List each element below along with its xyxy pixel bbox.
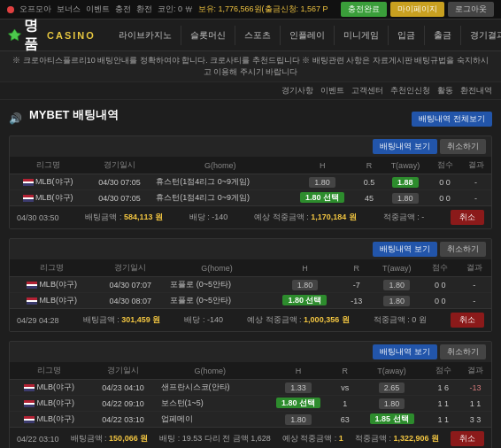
col-datetime: 경기일시: [87, 157, 153, 174]
page-title: MYBET 배팅내역: [27, 107, 119, 123]
status-label: 오프모아: [19, 4, 51, 15]
date-cell: 04/23 04:10: [89, 380, 157, 396]
r-cell: 63: [334, 412, 356, 428]
sub-nav-event[interactable]: 이벤트: [320, 85, 344, 97]
score-cell: 0 0: [423, 277, 457, 293]
table-row: MLB(야구) 04/30 07:07 포플로 (0~5안타) 1.80 -7 …: [10, 277, 491, 293]
league-cell: MLB(야구): [10, 277, 94, 293]
mypage-button[interactable]: 마이페이지: [390, 2, 444, 17]
bet-table-2: 리그명 경기일시 G(home) H R T(away) 점수 결과 MLB(야…: [10, 259, 491, 308]
sub-nav: 경기사항 이벤트 고객센터 추천인신청 활동 환전내역: [0, 82, 501, 100]
deposit-complete-button[interactable]: 충전완료: [341, 2, 387, 17]
footer-expected: 예상 적중금액 : 1: [282, 433, 343, 444]
cancel-button-2[interactable]: 취소: [451, 313, 484, 328]
menu-bonus[interactable]: 보너스: [57, 4, 81, 15]
footer-result: 적중금액 : -: [383, 212, 425, 223]
flag-icon: [24, 416, 35, 423]
menu-withdraw[interactable]: 환전: [136, 4, 152, 15]
col-datetime: 경기일시: [89, 362, 157, 380]
main-nav: 라이브카지노 슬롯머신 스포츠 인플레이 미니게임 입금 출금 경기결과 배팅내…: [110, 26, 501, 45]
table-row: MLB(야구) 04/30 07:05 휴스턴(1점4리그 0~9게임) 1.8…: [10, 190, 491, 206]
t-cell: 1.88: [382, 174, 429, 190]
sub-nav-exchange[interactable]: 환전내역: [460, 85, 492, 97]
footer-date: 04/30 03:50: [17, 213, 59, 222]
col-home: G(home): [152, 157, 288, 174]
nav-inplay[interactable]: 인플레이: [281, 26, 335, 45]
footer-date: 04/29 04:28: [17, 316, 59, 325]
balance-label: 보유: 1,776,566원(출금신청: 1,567 P: [198, 4, 328, 15]
footer-bet-amount: 배팅금액 : 150,066 원: [71, 433, 149, 444]
section1-view-btn[interactable]: 배팅내역 보기: [373, 139, 437, 154]
sub-nav-game-info[interactable]: 경기사항: [281, 85, 313, 97]
home-cell: 보스턴(1~5): [158, 396, 263, 412]
home-cell: 휴스턴(1점4리그 0~9게임): [152, 174, 288, 190]
score-cell: 1 6: [428, 380, 459, 396]
home-cell: 휴스턴(1점4리그 0~9게임): [152, 190, 288, 206]
cancel-button-1[interactable]: 취소: [451, 210, 484, 225]
bet-table-3: 리그명 경기일시 G(home) H R T(away) 점수 결과 MLB(야…: [10, 362, 491, 427]
flag-icon: [27, 282, 37, 289]
nav-deposit[interactable]: 입금: [389, 26, 425, 45]
col-league: 리그명: [10, 259, 94, 277]
cancel-button-3[interactable]: 취소: [451, 431, 484, 446]
flag-icon: [24, 384, 35, 391]
league-cell: MLB(야구): [10, 293, 94, 309]
footer-expected: 예상 적중금액 : 1,000,356 원: [247, 314, 350, 326]
footer-bet-amount: 배팅금액 : 301,459 원: [83, 314, 161, 326]
score-cell: 0 0: [429, 174, 460, 190]
sub-nav-activity[interactable]: 활동: [437, 85, 453, 97]
col-h: H: [263, 362, 335, 380]
sub-nav-support[interactable]: 고객센터: [351, 85, 383, 97]
r-cell: -7: [343, 277, 370, 293]
table-row: MLB(야구) 04/22 03:10 업페메이 1.80 63 1.85 선택…: [10, 412, 491, 428]
nav-withdraw[interactable]: 출금: [425, 26, 461, 45]
nav-live-casino[interactable]: 라이브카지노: [110, 26, 181, 45]
menu-event[interactable]: 이벤트: [86, 4, 110, 15]
logout-button[interactable]: 로그아웃: [448, 2, 494, 17]
table-row: MLB(야구) 04/23 04:10 샌프란시스코(안타) 1.33 vs 2…: [10, 380, 491, 396]
result-cell: -: [458, 293, 491, 309]
table-row: MLB(야구) 04/22 09:10 보스턴(1~5) 1.80 선택 1 1…: [10, 396, 491, 412]
r-cell: 0.5: [357, 174, 382, 190]
section2-view-btn[interactable]: 배팅내역 보기: [373, 242, 437, 257]
nav-slots[interactable]: 슬롯머신: [181, 26, 235, 45]
section1-header: 배팅내역 보기 취소하기: [10, 136, 491, 157]
logo: 명품 CASINO: [7, 17, 96, 54]
top-bar-right: 충전완료 마이페이지 로그아웃: [341, 2, 494, 17]
nav-sports[interactable]: 스포츠: [235, 26, 281, 45]
flag-icon: [23, 179, 34, 186]
home-cell: 포플로 (0~5안타): [166, 293, 266, 309]
logo-casino: CASINO: [47, 30, 96, 41]
coin-label: 코인: 0 ₩: [158, 4, 193, 15]
home-cell: 포플로 (0~5안타): [166, 277, 266, 293]
section3-view-btn[interactable]: 배팅내역 보기: [373, 344, 437, 359]
export-all-button[interactable]: 배팅내역 전체보기: [412, 112, 492, 127]
footer-odds: 배팅 : 19.53 다리 전 금액 1,628: [159, 433, 271, 444]
bet-section-2: 배팅내역 보기 취소하기 리그명 경기일시 G(home) H R T(away…: [9, 238, 492, 332]
score-cell: 0 0: [423, 293, 457, 309]
nav-results[interactable]: 경기결과: [461, 26, 501, 45]
top-bar-left: 오프모아 보너스 이벤트 충전 환전 코인: 0 ₩ 보유: 1,776,566…: [7, 4, 328, 15]
col-result: 결과: [460, 157, 491, 174]
section3-cancel-btn[interactable]: 취소하기: [440, 344, 486, 359]
section2-cancel-btn[interactable]: 취소하기: [440, 242, 486, 257]
footer-result: 적중금액 : 1,322,906 원: [355, 433, 439, 444]
section1-cancel-btn[interactable]: 취소하기: [440, 139, 486, 154]
col-h: H: [288, 157, 357, 174]
section2-footer: 04/29 04:28 배팅금액 : 301,459 원 배당 : -140 예…: [10, 308, 491, 331]
sub-nav-referral[interactable]: 추천인신청: [390, 85, 430, 97]
league-cell: MLB(야구): [10, 190, 87, 206]
table-row: MLB(야구) 04/30 07:05 휴스턴(1점4리그 0~9게임) 1.8…: [10, 174, 491, 190]
r-cell: 45: [357, 190, 382, 206]
main-content: 🔊 MYBET 배팅내역 배팅내역 전체보기 배팅내역 보기 취소하기 리그명 …: [0, 100, 501, 448]
date-cell: 04/22 09:10: [89, 396, 157, 412]
table-row: MLB(야구) 04/30 08:07 포플로 (0~5안타) 1.80 선택 …: [10, 293, 491, 309]
date-cell: 04/30 07:07: [94, 277, 166, 293]
nav-minigame[interactable]: 미니게임: [335, 26, 389, 45]
footer-bet-amount: 배팅금액 : 584,113 원: [85, 212, 163, 223]
r-cell: -13: [343, 293, 370, 309]
header: 명품 CASINO 라이브카지노 슬롯머신 스포츠 인플레이 미니게임 입금 출…: [0, 19, 501, 51]
menu-charge[interactable]: 충전: [115, 4, 131, 15]
home-cell: 업페메이: [158, 412, 263, 428]
result-cell: 3 3: [459, 412, 491, 428]
